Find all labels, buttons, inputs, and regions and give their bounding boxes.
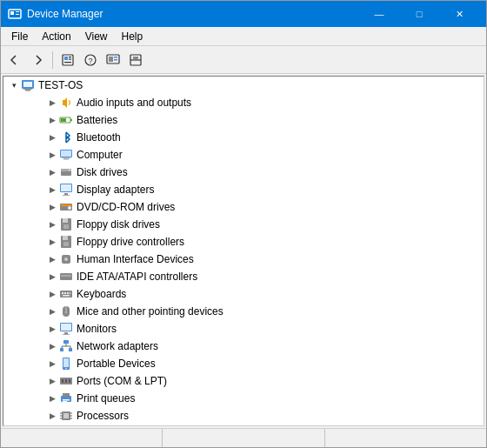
print-icon: [59, 391, 73, 405]
tree-item[interactable]: ▶ Computer: [3, 146, 484, 164]
tree-item[interactable]: ▶ DVD/CD-ROM drives: [3, 198, 484, 216]
tree-item[interactable]: ▶ IDE ATA/ATAPI controllers: [3, 268, 484, 285]
menu-action[interactable]: Action: [35, 29, 77, 44]
expand-arrow: ▶: [45, 148, 59, 162]
svg-rect-12: [109, 57, 113, 62]
tree-item[interactable]: ▶ Batteries: [3, 111, 484, 129]
computer-icon: [21, 78, 35, 92]
tree-item-label: Disk drives: [77, 166, 128, 178]
svg-rect-40: [63, 218, 68, 223]
svg-rect-63: [60, 348, 63, 351]
tree-item-label: DVD/CD-ROM drives: [77, 201, 175, 213]
tree-item-label: Processors: [77, 410, 129, 422]
svg-rect-81: [63, 413, 69, 418]
floppy-icon: [59, 217, 73, 231]
tree-item[interactable]: ▶ Ports (COM & LPT): [3, 372, 484, 390]
tree-item-label: Computer: [77, 149, 123, 161]
svg-rect-34: [64, 193, 68, 195]
menu-file[interactable]: File: [4, 29, 35, 44]
expand-arrow: ▶: [45, 130, 59, 144]
dvd-icon: [59, 200, 73, 214]
svg-rect-2: [16, 11, 19, 12]
svg-rect-79: [63, 401, 67, 402]
scan-button[interactable]: [125, 50, 146, 70]
expand-arrow: ▶: [45, 165, 59, 179]
svg-rect-24: [61, 118, 66, 122]
menu-view[interactable]: View: [78, 29, 115, 44]
tree-item-label: IDE ATA/ATAPI controllers: [77, 271, 197, 283]
svg-rect-26: [61, 150, 71, 157]
svg-rect-74: [65, 379, 67, 383]
monitor-icon: [59, 322, 73, 336]
back-button[interactable]: [4, 50, 25, 70]
expand-arrow: ▶: [45, 113, 59, 127]
svg-rect-21: [23, 89, 32, 90]
tree-item[interactable]: ▶ Portable Devices: [3, 355, 484, 372]
update-driver-button[interactable]: [103, 50, 123, 70]
mouse-icon: [59, 304, 73, 318]
properties-button[interactable]: [57, 50, 78, 70]
bluetooth-icon: [59, 130, 73, 144]
svg-rect-64: [69, 348, 72, 351]
svg-rect-73: [62, 379, 63, 383]
help-button[interactable]: ?: [80, 50, 101, 70]
tree-item-label: Display adapters: [77, 184, 154, 196]
device-manager-window: Device Manager — □ ✕ File Action View He…: [0, 0, 487, 448]
tree-item[interactable]: ▶ Floppy drive controllers: [3, 233, 484, 251]
display-icon: [59, 183, 73, 197]
tree-item-label: Ports (COM & LPT): [77, 375, 167, 387]
svg-rect-19: [23, 82, 32, 87]
tree-item[interactable]: ▶ Audio inputs and outputs: [3, 94, 484, 111]
expand-arrow: ▶: [45, 322, 59, 336]
expand-arrow: ▶: [45, 200, 59, 214]
computer-icon: [59, 148, 73, 162]
tree-item-label: Network adapters: [77, 340, 158, 352]
tree-item[interactable]: ▶ Processors: [3, 407, 484, 425]
ports-icon: [59, 374, 73, 388]
tree-root-item[interactable]: ▾ TEST-OS: [3, 77, 484, 94]
toolbar: ?: [1, 46, 486, 74]
tree-item[interactable]: ▶ Keyboards: [3, 285, 484, 303]
tree-item[interactable]: ▶ Bluetooth: [3, 129, 484, 146]
tree-item-label: Portable Devices: [77, 358, 156, 370]
minimize-button[interactable]: —: [359, 1, 399, 27]
ide-icon: [59, 270, 73, 284]
close-button[interactable]: ✕: [439, 1, 479, 27]
svg-rect-53: [70, 292, 70, 294]
network-icon: [59, 339, 73, 353]
svg-rect-13: [114, 57, 117, 58]
tree-item[interactable]: ▶ Print queues: [3, 390, 484, 407]
tree-item[interactable]: ▶ Mice and other pointing devices: [3, 303, 484, 320]
tree-item[interactable]: ▶ Human Interface Devices: [3, 251, 484, 268]
menu-help[interactable]: Help: [115, 29, 150, 44]
maximize-button[interactable]: □: [399, 1, 439, 27]
svg-point-38: [68, 206, 71, 210]
tree-item[interactable]: ▶ Floppy disk drives: [3, 216, 484, 233]
forward-button[interactable]: [27, 50, 48, 70]
svg-rect-77: [63, 393, 70, 397]
tree-item[interactable]: ▶ Disk drives: [3, 164, 484, 181]
tree-item[interactable]: ▶ Monitors: [3, 320, 484, 338]
svg-rect-3: [16, 14, 19, 15]
svg-rect-6: [69, 57, 71, 57]
expand-arrow: ▶: [45, 96, 59, 110]
tree-item[interactable]: ▶ Display adapters: [3, 181, 484, 198]
tree-item[interactable]: ▶ Software devices: [3, 425, 484, 426]
svg-rect-54: [63, 295, 70, 297]
device-tree[interactable]: ▾ TEST-OS ▶ Audio inputs and outputs ▶ B…: [3, 76, 484, 426]
svg-rect-49: [60, 291, 72, 298]
svg-point-57: [65, 311, 68, 314]
svg-rect-59: [61, 324, 71, 331]
tree-item[interactable]: ▶ Network adapters: [3, 338, 484, 355]
svg-rect-7: [69, 58, 71, 59]
svg-rect-8: [64, 62, 71, 63]
audio-icon: [59, 96, 73, 110]
tree-item-label: Keyboards: [77, 288, 126, 300]
floppy-icon: [59, 235, 73, 249]
tree-item-label: Floppy disk drives: [77, 218, 160, 231]
svg-rect-27: [63, 158, 69, 160]
svg-rect-23: [70, 119, 72, 121]
expand-arrow: ▶: [45, 374, 59, 388]
expand-arrow: ▶: [45, 217, 59, 231]
toolbar-separator-1: [52, 51, 53, 69]
